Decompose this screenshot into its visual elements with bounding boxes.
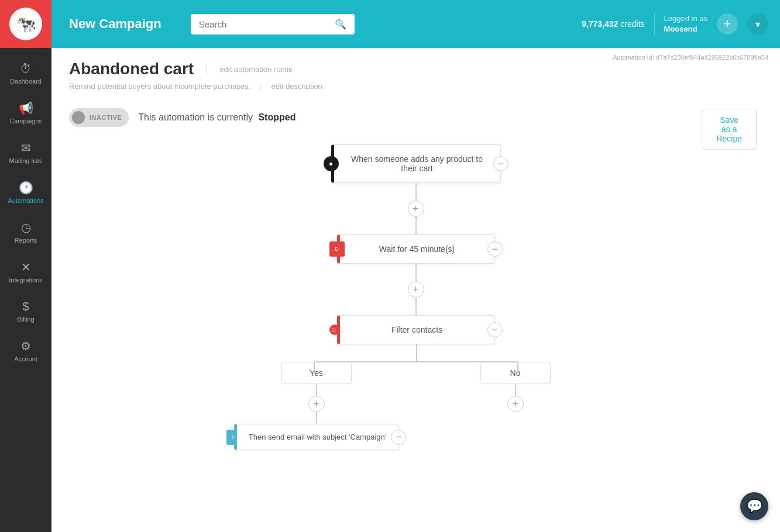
sidebar-label-account: Account: [14, 355, 37, 362]
branch-labels: Yes + ✉ Then send email with subject 'Ca…: [211, 362, 621, 450]
automation-title-row: Abandoned cart | edit automation name: [69, 60, 762, 78]
automation-name: Abandoned cart: [69, 60, 194, 78]
edit-description-link[interactable]: edit description: [271, 82, 322, 91]
add-step-button-1[interactable]: +: [408, 201, 424, 217]
search-box[interactable]: 🔍: [191, 14, 355, 34]
wait-icon: D: [329, 241, 345, 257]
sidebar-item-reports[interactable]: ◷ Reports: [0, 212, 51, 252]
email-remove-button[interactable]: −: [391, 430, 406, 445]
credits-label: credits: [620, 19, 644, 29]
filter-node[interactable]: Filter contacts −: [337, 315, 495, 344]
no-branch: No +: [416, 362, 615, 450]
email-text: Then send email with subject 'Campaign': [249, 433, 386, 441]
add-step-button-2[interactable]: +: [408, 281, 424, 298]
trigger-icon: ●: [324, 156, 339, 171]
app-header: 🐄 New Campaign 🔍 9,773,432 credits Logge…: [0, 0, 780, 48]
branch-horizontal: [314, 361, 518, 362]
filter-remove-button[interactable]: −: [487, 322, 503, 337]
header-title: New Campaign: [51, 16, 179, 32]
automation-subtitle: Remind potential buyers about incomplete…: [69, 82, 762, 91]
yes-branch-connector: [316, 384, 317, 396]
branch-right-vertical: [517, 361, 518, 373]
wait-node[interactable]: Wait for 45 minute(s) −: [337, 234, 495, 264]
add-no-button[interactable]: +: [507, 396, 524, 412]
credits-display: 9,773,432 credits: [582, 19, 644, 29]
wait-remove-button[interactable]: −: [487, 241, 503, 257]
sidebar-item-dashboard[interactable]: ⏱ Dashboard: [0, 54, 51, 93]
mailing-lists-icon: ✉: [21, 141, 31, 155]
status-text: This automation is currently Stopped: [138, 112, 295, 123]
wait-text: Wait for 45 minute(s): [379, 244, 455, 254]
reports-icon: ◷: [21, 220, 31, 234]
branch-connector: [211, 344, 621, 362]
trigger-node-wrapper: ● When someone adds any product to their…: [331, 144, 501, 183]
toggle-label: INACTIVE: [90, 114, 122, 121]
filter-text: Filter contacts: [391, 325, 442, 334]
sidebar-label-dashboard: Dashboard: [10, 78, 42, 85]
dashboard-icon: ⏱: [20, 62, 32, 75]
automation-canvas: ● When someone adds any product to their…: [51, 139, 780, 474]
sidebar-item-integrations[interactable]: ✕ Integrations: [0, 252, 51, 292]
yes-branch: Yes + ✉ Then send email with subject 'Ca…: [217, 362, 416, 450]
logged-in-name: Moosend: [664, 24, 707, 34]
connector-2: [415, 217, 417, 234]
add-yes-button[interactable]: +: [308, 396, 325, 412]
connector-4: [415, 298, 417, 315]
yes-label: Yes: [281, 362, 352, 384]
header-right: 9,773,432 credits Logged in as Moosend +…: [582, 12, 780, 36]
sidebar-label-mailing-lists: Mailing lists: [9, 157, 43, 164]
trigger-text: When someone adds any product to their c…: [351, 154, 483, 173]
filter-node-wrapper: ◇ Filter contacts −: [337, 315, 495, 344]
yes-branch-connector-2: [316, 412, 317, 424]
toggle-circle: [72, 111, 85, 124]
search-input[interactable]: [199, 19, 335, 29]
logged-in-info: Logged in as Moosend: [664, 13, 707, 34]
branch-vertical: [416, 344, 417, 362]
logged-in-label: Logged in as: [664, 13, 707, 24]
sidebar-label-campaigns: Campaigns: [9, 118, 42, 125]
connector-3: [415, 264, 417, 281]
connector-1: [415, 183, 417, 201]
sidebar-item-automations[interactable]: 🕐 Automations: [0, 172, 51, 212]
campaigns-icon: 📢: [19, 101, 33, 115]
trigger-node[interactable]: When someone adds any product to their c…: [331, 144, 501, 183]
status-prefix: This automation is currently: [138, 112, 253, 122]
sidebar-label-billing: Billing: [17, 316, 34, 323]
sidebar-item-mailing-lists[interactable]: ✉ Mailing lists: [0, 133, 51, 172]
sidebar-label-integrations: Integrations: [9, 277, 42, 284]
chat-icon: 💬: [747, 499, 762, 514]
branch-left-vertical: [314, 361, 315, 373]
flow-container: ● When someone adds any product to their…: [69, 144, 762, 450]
header-divider: [654, 12, 655, 36]
no-label: No: [480, 362, 551, 384]
sidebar-label-automations: Automations: [8, 197, 43, 204]
trigger-remove-button[interactable]: −: [493, 156, 508, 171]
credits-number: 9,773,432: [582, 19, 618, 29]
automation-toggle[interactable]: INACTIVE: [69, 108, 129, 127]
logo-icon: 🐄: [9, 8, 42, 40]
search-icon: 🔍: [335, 19, 346, 30]
content-area: Automation Id: d7a7d230ef944a4295922b0c6…: [51, 48, 780, 532]
automation-header: Automation Id: d7a7d230ef944a4295922b0c6…: [51, 48, 780, 96]
add-button[interactable]: +: [717, 13, 738, 34]
account-dropdown-button[interactable]: ▾: [747, 13, 768, 34]
sidebar-item-account[interactable]: ⚙ Account: [0, 331, 51, 371]
automations-icon: 🕐: [19, 181, 33, 195]
wait-node-wrapper: D Wait for 45 minute(s) −: [337, 234, 495, 264]
account-icon: ⚙: [20, 339, 31, 353]
sidebar-item-campaigns[interactable]: 📢 Campaigns: [0, 93, 51, 133]
edit-automation-name-link[interactable]: edit automation name: [219, 65, 293, 74]
sidebar-label-reports: Reports: [15, 237, 37, 244]
main-layout: ⏱ Dashboard 📢 Campaigns ✉ Mailing lists …: [0, 48, 780, 532]
email-node-wrapper: ✉ Then send email with subject 'Campaign…: [234, 424, 398, 450]
status-value: Stopped: [258, 112, 295, 122]
email-node[interactable]: Then send email with subject 'Campaign' …: [234, 424, 398, 450]
logo-container: 🐄: [0, 0, 51, 48]
integrations-icon: ✕: [21, 260, 31, 274]
chat-button[interactable]: 💬: [740, 492, 768, 520]
billing-icon: $: [22, 300, 29, 313]
no-branch-connector: [515, 384, 516, 396]
automation-description: Remind potential buyers about incomplete…: [69, 82, 250, 91]
sidebar-item-billing[interactable]: $ Billing: [0, 292, 51, 331]
sidebar: ⏱ Dashboard 📢 Campaigns ✉ Mailing lists …: [0, 48, 51, 532]
